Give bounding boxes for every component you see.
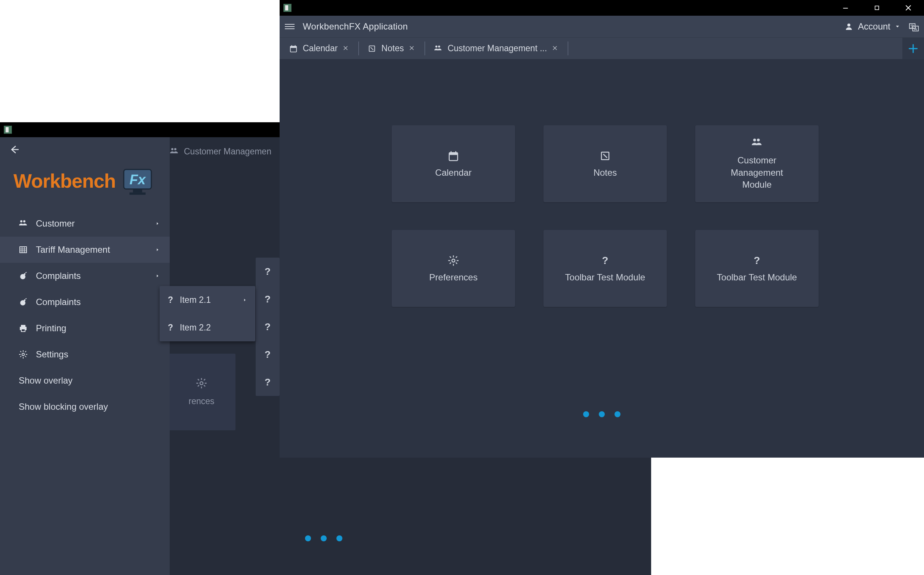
background-preferences-label: rences: [189, 396, 214, 407]
module-tile-2[interactable]: CustomerManagementModule: [695, 125, 819, 202]
background-tab-label: Customer Managemen: [184, 146, 271, 157]
module-tile-0[interactable]: Calendar: [392, 125, 515, 202]
pager-dot[interactable]: [321, 535, 327, 542]
pager-dot[interactable]: [305, 535, 311, 542]
tab-close-button[interactable]: [343, 45, 349, 52]
language-button[interactable]: [908, 22, 919, 31]
drawer-extra-1[interactable]: Show blocking overlay: [0, 394, 170, 420]
note-icon: [599, 150, 611, 162]
module-tile-4[interactable]: Toolbar Test Module: [544, 230, 667, 307]
bomb-icon: [19, 298, 28, 307]
logo-fx-icon: [121, 167, 154, 195]
question-icon: ?: [168, 295, 173, 305]
drawer-item-1[interactable]: Tariff Management: [0, 237, 170, 263]
pager: [583, 411, 620, 417]
tab-2[interactable]: Customer Management ...: [426, 38, 566, 59]
submenu-item-1[interactable]: ? Item 2.2: [160, 314, 255, 342]
plus-icon: [908, 43, 918, 54]
note-icon: [368, 44, 376, 53]
gear-icon: [448, 255, 459, 266]
back-arrow-icon: [9, 145, 20, 154]
tile-label: Preferences: [429, 272, 477, 283]
drawer-item-label: Tariff Management: [36, 245, 110, 255]
tab-separator: [358, 41, 359, 55]
back-button[interactable]: [0, 137, 170, 154]
tab-0[interactable]: Calendar: [282, 38, 357, 59]
drawer-extra-0[interactable]: Show overlay: [0, 367, 170, 394]
table-icon: [19, 245, 28, 254]
chevron-right-icon: [243, 298, 247, 302]
drawer-item-4[interactable]: Printing: [0, 315, 170, 342]
titlebar[interactable]: [280, 0, 924, 16]
gear-icon: [196, 378, 207, 389]
tab-separator: [425, 41, 425, 55]
tile-label: CustomerManagementModule: [731, 154, 783, 191]
tab-1[interactable]: Notes: [360, 38, 423, 59]
chevron-right-icon: [243, 298, 247, 302]
home-body: Calendar Notes CustomerManagementModule …: [280, 59, 924, 457]
submenu-item-label: Item 2.1: [180, 295, 211, 305]
logo: Workbench: [0, 154, 170, 210]
logo-text: Workbench: [13, 170, 116, 192]
chevron-right-icon: [155, 221, 160, 226]
pager-dot[interactable]: [615, 411, 620, 417]
people-icon: [434, 44, 442, 53]
drawer-item-2[interactable]: Complaints: [0, 263, 170, 289]
app-bar: WorkbenchFX Application Account: [280, 16, 924, 37]
tab-label: Customer Management ...: [447, 43, 547, 54]
question-tile[interactable]: ?: [256, 368, 280, 396]
maximize-button[interactable]: [861, 0, 892, 16]
translate-icon: [908, 22, 919, 32]
drawer-extra-label: Show blocking overlay: [19, 402, 108, 412]
question-tile[interactable]: ?: [256, 285, 280, 313]
close-button[interactable]: [892, 0, 924, 16]
minimize-icon: [842, 4, 849, 11]
drawer-item-label: Customer: [36, 218, 75, 229]
drawer-item-5[interactable]: Settings: [0, 342, 170, 367]
calendar-icon: [289, 44, 298, 53]
menu-button[interactable]: [285, 22, 295, 31]
chevron-right-icon: [155, 248, 160, 252]
chevron-right-icon: [155, 221, 160, 226]
question-icon: ?: [168, 322, 173, 333]
pager-dot[interactable]: [599, 411, 605, 417]
pager-dot[interactable]: [583, 411, 589, 417]
add-tab-button[interactable]: [902, 38, 924, 59]
minimize-button[interactable]: [830, 0, 861, 16]
tab-close-button[interactable]: [552, 45, 559, 52]
people-icon: [751, 137, 762, 148]
close-icon: [409, 45, 416, 52]
chevron-right-icon: [155, 274, 160, 278]
drawer-extra-label: Show overlay: [19, 375, 73, 386]
close-icon: [905, 4, 912, 11]
drawer-item-label: Settings: [36, 349, 68, 360]
window-controls: [830, 0, 924, 16]
question-tile[interactable]: ?: [256, 341, 280, 368]
question-icon: [751, 255, 762, 266]
account-menu[interactable]: Account: [845, 21, 900, 32]
submenu-item-0[interactable]: ? Item 2.1: [160, 286, 255, 314]
tile-label: Notes: [594, 167, 617, 178]
gear-icon: [19, 350, 28, 359]
chevron-right-icon: [155, 274, 160, 278]
tab-label: Calendar: [303, 43, 338, 54]
submenu-item-label: Item 2.2: [180, 322, 211, 333]
question-tile[interactable]: ?: [256, 257, 280, 285]
drawer-item-3[interactable]: Complaints: [0, 289, 170, 315]
question-column: ?????: [256, 257, 280, 396]
tile-label: Calendar: [435, 167, 471, 178]
tab-close-button[interactable]: [409, 45, 416, 52]
app-icon: [283, 4, 292, 12]
drawer-item-0[interactable]: Customer: [0, 210, 170, 237]
pager-dot[interactable]: [336, 535, 342, 542]
question-tile[interactable]: ?: [256, 313, 280, 341]
module-tile-3[interactable]: Preferences: [392, 230, 515, 307]
pager: [305, 535, 342, 542]
module-tile-1[interactable]: Notes: [544, 125, 667, 202]
app-icon: [4, 125, 12, 134]
close-icon: [552, 45, 559, 52]
module-tile-5[interactable]: Toolbar Test Module: [695, 230, 819, 307]
people-icon: [19, 219, 28, 228]
maximize-icon: [873, 5, 880, 11]
app-title: WorkbenchFX Application: [303, 21, 408, 32]
